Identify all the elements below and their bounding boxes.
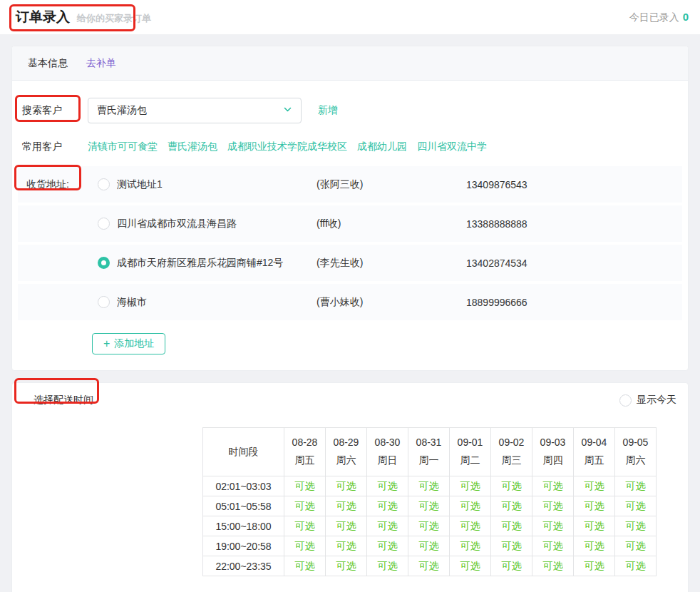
show-today-radio[interactable] [619, 394, 632, 407]
time-slot-label: 15:00~18:00 [203, 516, 284, 536]
delivery-time-title: 选择配送时间 [34, 394, 93, 407]
today-entered-label: 今日已录入 [629, 11, 679, 23]
table-date: 08-28 [284, 437, 325, 448]
slot-available-cell[interactable]: 可选 [574, 476, 615, 496]
slot-available-cell[interactable]: 可选 [284, 516, 326, 536]
address-phone: 13388888888 [466, 218, 682, 230]
slot-available-cell[interactable]: 可选 [326, 536, 367, 556]
slot-available-cell[interactable]: 可选 [284, 496, 326, 516]
slot-available-cell[interactable]: 可选 [326, 516, 367, 536]
customer-select-value: 曹氏灌汤包 [97, 104, 147, 117]
slot-available-cell[interactable]: 可选 [326, 496, 367, 516]
frequent-customer-link[interactable]: 四川省双流中学 [417, 141, 487, 153]
slot-available-cell[interactable]: 可选 [450, 556, 491, 576]
slot-available-cell[interactable]: 可选 [532, 556, 574, 576]
table-date: 09-02 [491, 437, 532, 448]
slot-available-cell[interactable]: 可选 [532, 516, 574, 536]
search-customer-row: 搜索客户 曹氏灌汤包 新增 [12, 98, 688, 123]
slot-available-cell[interactable]: 可选 [408, 516, 450, 536]
slot-available-cell[interactable]: 可选 [532, 536, 574, 556]
table-corner-header: 时间段 [203, 428, 284, 476]
address-row[interactable]: 收货地址:测试地址1(张阿三收)13409876543 [18, 166, 682, 203]
slot-available-cell[interactable]: 可选 [491, 476, 532, 496]
slot-available-cell[interactable]: 可选 [367, 516, 408, 536]
slot-available-cell[interactable]: 可选 [574, 536, 615, 556]
slot-available-cell[interactable]: 可选 [408, 536, 450, 556]
slot-available-cell[interactable]: 可选 [326, 556, 367, 576]
slot-available-cell[interactable]: 可选 [574, 516, 615, 536]
table-date: 08-31 [408, 437, 449, 448]
address-phone: 13402874534 [466, 257, 682, 269]
slot-available-cell[interactable]: 可选 [367, 496, 408, 516]
slot-available-cell[interactable]: 可选 [574, 496, 615, 516]
slot-available-cell[interactable]: 可选 [532, 496, 574, 516]
table-date: 09-03 [532, 437, 573, 448]
table-row: 19:00~20:58可选可选可选可选可选可选可选可选可选 [203, 536, 657, 556]
table-date-header: 09-05周六 [615, 428, 657, 476]
frequent-customer-link[interactable]: 曹氏灌汤包 [168, 141, 217, 153]
address-text: 四川省成都市双流县海昌路 [117, 218, 316, 230]
slot-available-cell[interactable]: 可选 [326, 476, 367, 496]
table-date-header: 09-01周二 [450, 428, 491, 476]
slot-available-cell[interactable]: 可选 [408, 496, 450, 516]
slot-available-cell[interactable]: 可选 [615, 496, 657, 516]
customer-select[interactable]: 曹氏灌汤包 [88, 98, 302, 123]
plus-icon: + [103, 338, 110, 349]
add-address-button[interactable]: + 添加地址 [92, 333, 165, 354]
add-new-customer-link[interactable]: 新增 [318, 104, 338, 117]
delivery-time-card: 选择配送时间 显示今天 时间段08-28周五08-29周六08-30周日08-3… [11, 382, 689, 592]
address-radio[interactable] [98, 218, 110, 230]
address-recipient: (张阿三收) [316, 178, 466, 191]
top-bar: 订单录入 给你的买家录订单 今日已录入0 [0, 0, 700, 34]
slot-available-cell[interactable]: 可选 [367, 556, 408, 576]
address-row[interactable]: 海椒市(曹小妹收)18899996666 [18, 284, 682, 320]
supplement-order-link[interactable]: 去补单 [86, 57, 116, 70]
table-weekday: 周四 [532, 454, 573, 467]
slot-available-cell[interactable]: 可选 [615, 476, 657, 496]
slot-available-cell[interactable]: 可选 [450, 516, 491, 536]
table-date-header: 08-29周六 [326, 428, 367, 476]
slot-available-cell[interactable]: 可选 [450, 536, 491, 556]
address-radio[interactable] [98, 296, 110, 308]
show-today-option[interactable]: 显示今天 [619, 394, 676, 407]
address-text: 成都市天府新区雅居乐花园商铺#12号 [117, 257, 316, 270]
slot-available-cell[interactable]: 可选 [532, 476, 574, 496]
slot-available-cell[interactable]: 可选 [450, 476, 491, 496]
slot-available-cell[interactable]: 可选 [450, 496, 491, 516]
address-phone: 18899996666 [466, 297, 682, 308]
slot-available-cell[interactable]: 可选 [284, 476, 326, 496]
address-recipient: (李先生收) [316, 257, 466, 270]
slot-available-cell[interactable]: 可选 [408, 556, 450, 576]
slot-available-cell[interactable]: 可选 [615, 556, 657, 576]
frequent-customer-link[interactable]: 成都幼儿园 [357, 141, 407, 153]
address-recipient: (曹小妹收) [316, 296, 466, 309]
address-radio[interactable] [98, 257, 110, 269]
table-weekday: 周三 [491, 454, 532, 467]
slot-available-cell[interactable]: 可选 [615, 536, 657, 556]
address-row[interactable]: 成都市天府新区雅居乐花园商铺#12号(李先生收)13402874534 [18, 245, 682, 281]
table-row: 02:01~03:03可选可选可选可选可选可选可选可选可选 [203, 476, 657, 496]
slot-available-cell[interactable]: 可选 [491, 516, 532, 536]
address-row[interactable]: 四川省成都市双流县海昌路(fff收)13388888888 [18, 205, 682, 242]
slot-available-cell[interactable]: 可选 [284, 536, 326, 556]
address-list: 收货地址:测试地址1(张阿三收)13409876543四川省成都市双流县海昌路(… [12, 166, 688, 320]
slot-available-cell[interactable]: 可选 [367, 536, 408, 556]
slot-available-cell[interactable]: 可选 [615, 516, 657, 536]
slot-available-cell[interactable]: 可选 [491, 556, 532, 576]
table-row: 22:00~23:35可选可选可选可选可选可选可选可选可选 [203, 556, 657, 576]
basic-info-card: 基本信息 去补单 搜索客户 曹氏灌汤包 新增 常用客户 清镇市可可食堂曹氏灌汤包… [11, 46, 689, 371]
table-weekday: 周一 [408, 454, 449, 467]
frequent-customer-link[interactable]: 清镇市可可食堂 [88, 141, 158, 153]
address-radio[interactable] [98, 178, 110, 190]
table-date-header: 09-03周四 [532, 428, 574, 476]
title-wrap: 订单录入 给你的买家录订单 [16, 8, 151, 26]
order-entry-page: 订单录入 给你的买家录订单 今日已录入0 基本信息 去补单 搜索客户 曹氏灌汤包… [0, 0, 700, 592]
slot-available-cell[interactable]: 可选 [491, 496, 532, 516]
frequent-customer-link[interactable]: 成都职业技术学院成华校区 [227, 141, 347, 153]
slot-available-cell[interactable]: 可选 [491, 536, 532, 556]
slot-available-cell[interactable]: 可选 [367, 476, 408, 496]
slot-available-cell[interactable]: 可选 [408, 476, 450, 496]
slot-available-cell[interactable]: 可选 [574, 556, 615, 576]
slot-available-cell[interactable]: 可选 [284, 556, 326, 576]
address-text: 测试地址1 [117, 178, 316, 191]
